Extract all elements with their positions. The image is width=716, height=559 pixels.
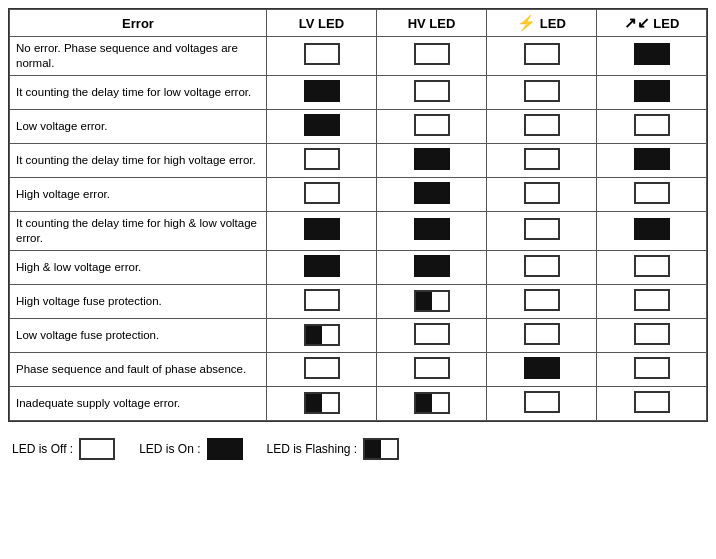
- error-cell: Low voltage fuse protection.: [10, 318, 267, 352]
- hv-led-cell: [377, 109, 487, 143]
- col-header-error: Error: [10, 10, 267, 37]
- error-cell: Inadequate supply voltage error.: [10, 386, 267, 420]
- error-table-container: Error LV LED HV LED ⚡ LED ↗↙ LED No erro…: [8, 8, 708, 422]
- hv-led-cell: [377, 386, 487, 420]
- led-off-example: [79, 438, 115, 460]
- error-cell: No error. Phase sequence and voltages ar…: [10, 37, 267, 76]
- led-flashing-example: [363, 438, 399, 460]
- table-row: It counting the delay time for low volta…: [10, 75, 707, 109]
- alarm-led-cell: [487, 284, 597, 318]
- alarm-led-cell: [487, 211, 597, 250]
- lv-led-cell: [267, 177, 377, 211]
- hv-led-cell: [377, 352, 487, 386]
- hv-led-cell: [377, 318, 487, 352]
- power-led-cell: [597, 284, 707, 318]
- table-row: Low voltage error.: [10, 109, 707, 143]
- hv-led-cell: [377, 177, 487, 211]
- alarm-led-cell: [487, 75, 597, 109]
- alarm-led-cell: [487, 352, 597, 386]
- lv-led-cell: [267, 211, 377, 250]
- lv-led-cell: [267, 109, 377, 143]
- power-led-cell: [597, 211, 707, 250]
- alarm-led-cell: [487, 318, 597, 352]
- table-row: High voltage fuse protection.: [10, 284, 707, 318]
- hv-led-cell: [377, 75, 487, 109]
- power-led-cell: [597, 143, 707, 177]
- legend-on-label: LED is On :: [139, 442, 200, 456]
- power-led-cell: [597, 352, 707, 386]
- hv-led-cell: [377, 284, 487, 318]
- lv-led-cell: [267, 250, 377, 284]
- alarm-led-cell: [487, 250, 597, 284]
- power-led-cell: [597, 75, 707, 109]
- table-row: High voltage error.: [10, 177, 707, 211]
- legend-flashing-label: LED is Flashing :: [267, 442, 358, 456]
- lv-led-cell: [267, 318, 377, 352]
- legend-flashing: LED is Flashing :: [267, 438, 400, 460]
- led-on-example: [207, 438, 243, 460]
- col-header-alarm: ⚡ LED: [487, 10, 597, 37]
- col-header-hv: HV LED: [377, 10, 487, 37]
- table-row: It counting the delay time for high & lo…: [10, 211, 707, 250]
- lv-led-cell: [267, 75, 377, 109]
- col-header-power: ↗↙ LED: [597, 10, 707, 37]
- error-cell: High voltage fuse protection.: [10, 284, 267, 318]
- alarm-led-cell: [487, 37, 597, 76]
- error-cell: It counting the delay time for high volt…: [10, 143, 267, 177]
- legend-off: LED is Off :: [12, 438, 115, 460]
- lv-led-cell: [267, 37, 377, 76]
- error-cell: High & low voltage error.: [10, 250, 267, 284]
- alarm-led-cell: [487, 109, 597, 143]
- alarm-led-cell: [487, 177, 597, 211]
- table-row: Inadequate supply voltage error.: [10, 386, 707, 420]
- lv-led-cell: [267, 352, 377, 386]
- power-led-cell: [597, 109, 707, 143]
- table-row: High & low voltage error.: [10, 250, 707, 284]
- hv-led-cell: [377, 37, 487, 76]
- hv-led-cell: [377, 143, 487, 177]
- error-table: Error LV LED HV LED ⚡ LED ↗↙ LED No erro…: [9, 9, 707, 421]
- table-row: It counting the delay time for high volt…: [10, 143, 707, 177]
- lv-led-cell: [267, 386, 377, 420]
- legend: LED is Off : LED is On : LED is Flashing…: [8, 432, 708, 466]
- power-led-cell: [597, 177, 707, 211]
- legend-on: LED is On :: [139, 438, 242, 460]
- table-row: Low voltage fuse protection.: [10, 318, 707, 352]
- error-cell: High voltage error.: [10, 177, 267, 211]
- error-cell: It counting the delay time for low volta…: [10, 75, 267, 109]
- alarm-led-cell: [487, 386, 597, 420]
- table-row: No error. Phase sequence and voltages ar…: [10, 37, 707, 76]
- power-led-cell: [597, 37, 707, 76]
- lv-led-cell: [267, 143, 377, 177]
- error-cell: Phase sequence and fault of phase absenc…: [10, 352, 267, 386]
- power-led-cell: [597, 386, 707, 420]
- alarm-led-cell: [487, 143, 597, 177]
- error-cell: Low voltage error.: [10, 109, 267, 143]
- legend-off-label: LED is Off :: [12, 442, 73, 456]
- hv-led-cell: [377, 211, 487, 250]
- power-led-cell: [597, 318, 707, 352]
- table-row: Phase sequence and fault of phase absenc…: [10, 352, 707, 386]
- error-cell: It counting the delay time for high & lo…: [10, 211, 267, 250]
- lv-led-cell: [267, 284, 377, 318]
- col-header-lv: LV LED: [267, 10, 377, 37]
- hv-led-cell: [377, 250, 487, 284]
- power-led-cell: [597, 250, 707, 284]
